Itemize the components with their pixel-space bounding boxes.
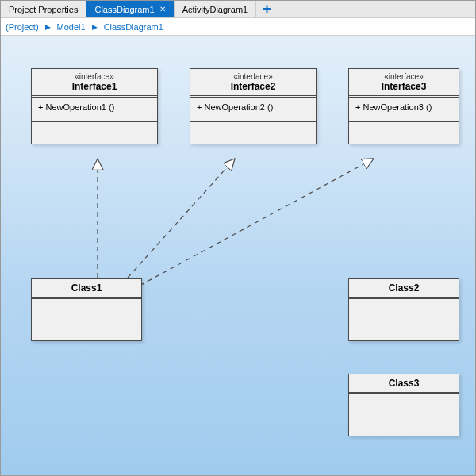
interface3-title: «interface» Interface3	[349, 69, 459, 98]
interface3-operations: + NewOperation3 ()	[349, 98, 459, 121]
close-icon[interactable]: ✕	[159, 5, 166, 13]
class3-body	[349, 394, 459, 436]
interface1-empty	[32, 121, 157, 144]
add-tab-button[interactable]: +	[256, 1, 278, 17]
interface2-box[interactable]: «interface» Interface2 + NewOperation2 (…	[190, 68, 317, 144]
tab-activity-diagram[interactable]: ActivityDiagram1	[175, 1, 257, 17]
tab-label: ActivityDiagram1	[182, 5, 248, 14]
interface-name: Interface1	[36, 81, 152, 92]
svg-line-2	[140, 159, 374, 286]
chevron-right-icon: ▶	[45, 23, 51, 31]
interface-name: Interface3	[354, 81, 454, 92]
breadcrumb: (Project) ▶ Model1 ▶ ClassDiagram1	[1, 18, 475, 36]
stereotype-label: «interface»	[195, 72, 311, 81]
breadcrumb-project[interactable]: (Project)	[6, 22, 39, 32]
breadcrumb-diagram[interactable]: ClassDiagram1	[104, 22, 163, 32]
interface1-operations: + NewOperation1 ()	[32, 98, 157, 121]
interface-name: Interface2	[195, 81, 311, 92]
breadcrumb-model[interactable]: Model1	[57, 22, 86, 32]
class3-box[interactable]: Class3	[348, 374, 459, 436]
interface3-box[interactable]: «interface» Interface3 + NewOperation3 (…	[348, 68, 459, 144]
class-name: Class3	[354, 378, 454, 389]
interface2-operations: + NewOperation2 ()	[190, 98, 316, 121]
class1-box[interactable]: Class1	[31, 278, 142, 341]
tab-project-properties[interactable]: Project Properties	[1, 1, 86, 17]
diagram-canvas[interactable]: «interface» Interface1 + NewOperation1 (…	[1, 36, 475, 475]
class2-body	[349, 299, 459, 340]
stereotype-label: «interface»	[354, 72, 454, 81]
class3-title: Class3	[349, 374, 459, 394]
interface3-empty	[349, 121, 459, 144]
class-name: Class2	[354, 282, 454, 294]
svg-line-1	[128, 159, 235, 278]
class2-box[interactable]: Class2	[348, 278, 459, 341]
tab-label: ClassDiagram1	[94, 5, 154, 14]
class-name: Class1	[36, 282, 136, 294]
chevron-right-icon: ▶	[92, 23, 98, 31]
interface1-box[interactable]: «interface» Interface1 + NewOperation1 (…	[31, 68, 158, 144]
class2-title: Class2	[349, 279, 459, 299]
stereotype-label: «interface»	[36, 72, 152, 81]
tab-class-diagram[interactable]: ClassDiagram1 ✕	[86, 1, 174, 17]
interface2-empty	[190, 121, 316, 144]
interface2-title: «interface» Interface2	[190, 69, 316, 98]
interface1-title: «interface» Interface1	[32, 69, 157, 98]
tab-bar: Project Properties ClassDiagram1 ✕ Activ…	[1, 1, 475, 18]
tab-label: Project Properties	[9, 5, 78, 14]
class1-title: Class1	[32, 279, 141, 299]
class1-body	[32, 299, 141, 340]
plus-icon: +	[263, 1, 271, 17]
